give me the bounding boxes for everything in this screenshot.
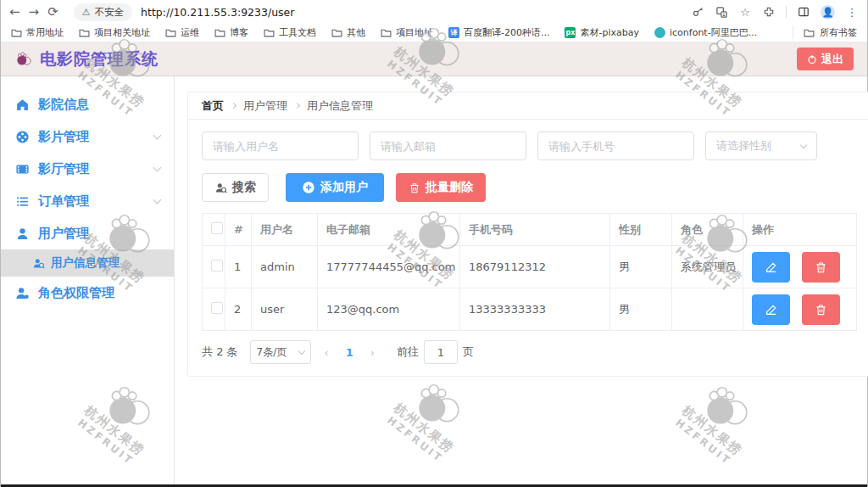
breadcrumb-user-management[interactable]: 用户管理	[243, 98, 287, 114]
cell-actions	[743, 246, 857, 288]
content-card: 首页 用户管理 用户信息管理 请选择性别	[187, 92, 868, 377]
user-search-icon	[31, 256, 45, 270]
browser-window: ← → ⟳ ⚠ 不安全 http://10.211.55.3:9233/user…	[0, 0, 868, 487]
baidu-translate-icon: 译	[448, 27, 459, 38]
sidebar-item-cinema-info[interactable]: 影院信息	[1, 88, 174, 120]
bookmark-link-pixabay[interactable]: px 素材-pixabay	[565, 26, 639, 39]
bookmark-link-iconfont[interactable]: iconfont-阿里巴巴...	[654, 26, 757, 39]
col-role: 角色	[672, 214, 743, 246]
warning-icon: ⚠	[82, 7, 91, 18]
all-bookmarks[interactable]: 所有书签	[793, 26, 857, 39]
app-title: 电影院管理系统	[40, 48, 159, 70]
user-table: # 用户名 电子邮箱 手机号码 性别 角色 操作 1 admin	[202, 213, 857, 331]
delete-button[interactable]	[802, 294, 840, 325]
security-chip[interactable]: ⚠ 不安全	[74, 3, 132, 21]
chevron-down-icon	[153, 163, 162, 171]
goto-page: 前往 页	[397, 340, 474, 364]
select-all-checkbox[interactable]	[211, 222, 223, 234]
app-logo-icon	[14, 51, 33, 68]
profile-avatar[interactable]: 👤	[821, 5, 835, 20]
sidebar-subitem-user-info-management[interactable]: 用户信息管理	[1, 249, 174, 277]
film-strip-icon	[14, 161, 30, 176]
bookmark-folder[interactable]: 项目相关地址	[79, 26, 150, 39]
main-content: 首页 用户管理 用户信息管理 请选择性别	[175, 76, 868, 484]
search-button[interactable]: 搜索	[202, 173, 269, 202]
breadcrumb-home[interactable]: 首页	[202, 98, 224, 114]
user-search-icon	[214, 182, 227, 194]
chevron-down-icon	[800, 141, 807, 148]
password-key-icon[interactable]	[691, 5, 704, 19]
bookmark-folder[interactable]: 常用地址	[11, 26, 64, 39]
bookmark-folder[interactable]: 其他	[331, 26, 365, 39]
edit-button[interactable]	[752, 294, 790, 325]
menu-dots-icon[interactable]: ⋮	[845, 5, 859, 19]
next-page-button[interactable]: ›	[364, 346, 381, 359]
translate-icon[interactable]	[715, 5, 728, 19]
bookmark-folder[interactable]: 博客	[214, 26, 248, 39]
bookmark-folder[interactable]: 工具文档	[264, 26, 316, 39]
edit-button[interactable]	[752, 252, 790, 283]
film-reel-icon	[14, 129, 30, 144]
toolbar-divider	[786, 6, 787, 18]
cell-index: 2	[225, 288, 252, 331]
cell-actions	[743, 288, 857, 331]
col-email: 电子邮箱	[318, 214, 460, 246]
folder-icon	[79, 28, 90, 37]
current-page[interactable]: 1	[342, 346, 357, 359]
user-icon	[14, 226, 30, 241]
edit-icon	[765, 303, 778, 316]
sidebar-item-user-management[interactable]: 用户管理	[1, 217, 174, 249]
cell-gender: 男	[610, 246, 672, 288]
cell-index: 1	[225, 246, 252, 288]
cell-username: admin	[252, 246, 318, 288]
gender-select[interactable]: 请选择性别	[705, 132, 817, 160]
add-user-button[interactable]: 添加用户	[286, 173, 384, 202]
list-icon	[14, 193, 30, 209]
trash-icon	[815, 303, 827, 316]
folder-icon	[264, 28, 275, 37]
power-icon	[807, 54, 817, 64]
batch-delete-button[interactable]: 批量删除	[396, 173, 486, 202]
folder-icon	[165, 28, 176, 37]
browser-toolbar: ← → ⟳ ⚠ 不安全 http://10.211.55.3:9233/user…	[1, 0, 867, 24]
app-header: 电影院管理系统 退出	[1, 42, 867, 76]
extensions-icon[interactable]	[762, 5, 776, 19]
forward-icon[interactable]: →	[29, 6, 40, 19]
cell-role: 系统管理员	[672, 246, 743, 288]
url-bar[interactable]: http://10.211.55.3:9233/user	[141, 6, 294, 19]
folder-icon	[331, 28, 342, 37]
bookmark-star-icon[interactable]: ☆	[738, 5, 752, 19]
logout-button[interactable]: 退出	[797, 48, 854, 70]
sidebar-item-role-permission[interactable]: 角色权限管理	[1, 277, 174, 309]
bookmark-folder[interactable]: 项目地址	[381, 26, 433, 39]
row-checkbox[interactable]	[211, 302, 223, 314]
goto-page-input[interactable]	[424, 340, 458, 364]
username-input[interactable]	[202, 132, 359, 160]
total-count: 共 2 条	[202, 344, 238, 360]
action-toolbar: 搜索 添加用户 批量删除	[202, 173, 857, 202]
back-icon[interactable]: ←	[9, 6, 20, 19]
header-checkbox-cell	[203, 214, 225, 246]
sidebar-item-order-management[interactable]: 订单管理	[1, 185, 174, 217]
folder-icon	[804, 28, 815, 37]
reload-icon[interactable]: ⟳	[47, 6, 58, 19]
breadcrumb-user-info-management[interactable]: 用户信息管理	[307, 98, 373, 114]
bookmark-folder[interactable]: 运维	[165, 26, 199, 39]
sidebar-item-film-management[interactable]: 影片管理	[1, 120, 174, 153]
bookmarks-bar: 常用地址 项目相关地址 运维 博客 工具文档 其他 项目地址 译 百度翻译-20	[1, 24, 867, 42]
folder-icon	[214, 28, 225, 37]
delete-button[interactable]	[802, 252, 840, 283]
table-row: 1 admin 17777744455@qq.com 18679112312 男…	[203, 246, 857, 288]
page-size-select[interactable]: 7条/页	[250, 340, 311, 364]
pagination: 共 2 条 7条/页 ‹ 1 › 前往 页	[202, 340, 857, 364]
email-input[interactable]	[370, 132, 526, 160]
cell-email: 17777744455@qq.com	[318, 246, 460, 288]
phone-input[interactable]	[537, 132, 694, 160]
prev-page-button[interactable]: ‹	[318, 346, 336, 359]
side-panel-icon[interactable]	[797, 5, 810, 19]
bookmark-link-translate[interactable]: 译 百度翻译-200种语...	[448, 26, 549, 39]
pixabay-icon: px	[565, 27, 576, 38]
chevron-down-icon	[298, 347, 304, 354]
row-checkbox[interactable]	[211, 260, 223, 271]
sidebar-item-hall-management[interactable]: 影厅管理	[1, 153, 174, 185]
